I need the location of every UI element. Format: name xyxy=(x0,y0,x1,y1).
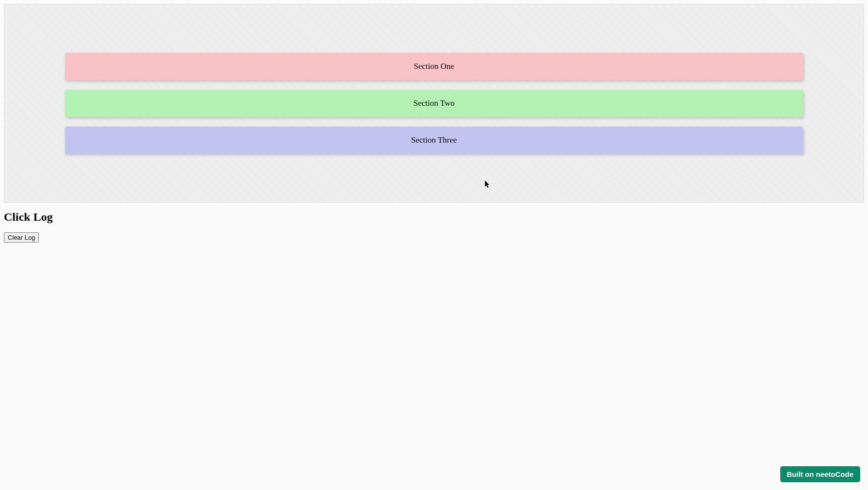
section-one[interactable]: Section One xyxy=(65,53,803,80)
click-log-title: Click Log xyxy=(4,211,864,224)
clear-log-button[interactable]: Clear Log xyxy=(4,232,39,243)
section-one-label: Section One xyxy=(414,62,454,71)
section-three-label: Section Three xyxy=(411,135,457,145)
section-three[interactable]: Section Three xyxy=(65,127,803,154)
log-area: Click Log Clear Log xyxy=(0,207,868,246)
section-two[interactable]: Section Two xyxy=(65,90,803,117)
section-two-label: Section Two xyxy=(414,98,455,108)
sections-container: Section One Section Two Section Three xyxy=(4,4,864,203)
